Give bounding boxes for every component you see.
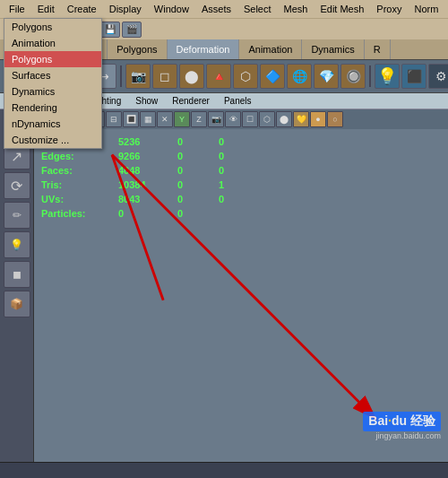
stat-tris-label: Tris: (41, 179, 104, 190)
stat-edges-label: Edges: (41, 151, 104, 161)
small-y[interactable]: Y (174, 111, 190, 127)
sidebar-paint-tool[interactable]: ✏ (4, 202, 30, 229)
stats-row-tris: Tris: 10384 0 1 (41, 179, 246, 190)
menu-create[interactable]: Create (62, 2, 102, 16)
render-icon[interactable]: 🎬 (122, 22, 142, 38)
mode-surfaces[interactable]: Surfaces (4, 67, 101, 83)
stat-uvs-val: 8043 (118, 194, 163, 204)
main-viewport[interactable]: Verts: 5236 0 0 Edges: 9266 0 0 Faces: 4… (34, 129, 448, 462)
tool-render[interactable]: ⬛ (401, 64, 426, 89)
stat-tris-z2: 1 (219, 179, 246, 190)
tool-diamond[interactable]: 💎 (314, 64, 339, 89)
menu-mesh[interactable]: Mesh (279, 2, 314, 16)
stat-uvs-label: UVs: (41, 194, 104, 204)
stat-particles-val: 0 (118, 208, 163, 219)
stats-row-particles: Particles: 0 0 (41, 208, 246, 219)
stat-verts-z1: 0 (177, 136, 204, 147)
menu-proxy[interactable]: Proxy (371, 2, 407, 16)
stat-tris-z1: 0 (177, 179, 204, 190)
mode-polygons-selected[interactable]: Polygons (4, 51, 101, 67)
sidebar-light-tool[interactable]: 💡 (4, 231, 30, 258)
menu-edit-mesh[interactable]: Edit Mesh (314, 2, 369, 16)
stat-faces-z1: 0 (177, 165, 204, 176)
tool-settings[interactable]: ⚙ (428, 64, 448, 89)
mode-polygons-top[interactable]: Polygons (4, 19, 101, 35)
menu-assets[interactable]: Assets (196, 2, 237, 16)
tool-torus[interactable]: 🔘 (340, 64, 366, 89)
sub-panels[interactable]: Panels (217, 95, 259, 107)
status-bar (0, 462, 448, 478)
tab-r[interactable]: R (365, 39, 391, 59)
small-wire2[interactable]: ⬡ (259, 111, 275, 127)
menu-norm[interactable]: Norm (409, 2, 444, 16)
tool-light[interactable]: 💡 (375, 64, 400, 89)
left-sidebar: ↖ ↗ ⟳ ✏ 💡 ◼ 📦 (0, 109, 34, 462)
stats-row-faces: Faces: 4048 0 0 (41, 165, 246, 176)
sidebar-geo-tool[interactable]: ◼ (4, 261, 30, 288)
mode-dropdown: Polygons Animation Polygons Surfaces Dyn… (4, 18, 102, 149)
save-icon[interactable]: 💾 (100, 22, 120, 38)
watermark: Bai·du 经验 jingyan.baidu.com (363, 412, 441, 440)
mode-rendering[interactable]: Rendering (4, 100, 101, 116)
sub-show[interactable]: Show (128, 95, 165, 107)
small-box[interactable]: ☐ (242, 111, 258, 127)
stat-faces-z2: 0 (219, 165, 246, 176)
baidu-dot: · (388, 413, 392, 428)
stat-uvs-z1: 0 (177, 194, 204, 204)
tool-cylinder[interactable]: ⬡ (233, 64, 258, 89)
small-bright[interactable]: ● (310, 111, 326, 127)
menu-window[interactable]: Window (149, 2, 194, 16)
tool-camera[interactable]: 📷 (125, 64, 151, 89)
menu-bar: File Edit Create Display Window Assets S… (0, 0, 448, 18)
small-wire[interactable]: ⊟ (106, 111, 122, 127)
mode-animation[interactable]: Animation (4, 35, 101, 51)
small-eye[interactable]: 👁 (225, 111, 241, 127)
tab-deformation[interactable]: Deformation (168, 39, 240, 59)
tool-sphere[interactable]: ⬤ (179, 64, 204, 89)
tool-cone[interactable]: 🔺 (206, 64, 231, 89)
menu-file[interactable]: File (4, 2, 30, 16)
baidu-logo: Bai·du 经验 (363, 412, 441, 431)
small-smooth[interactable]: ⬤ (276, 111, 292, 127)
stats-row-uvs: UVs: 8043 0 0 (41, 194, 246, 204)
stat-uvs-z2: 0 (219, 194, 246, 204)
mode-ndynamics[interactable]: nDynamics (4, 116, 101, 132)
menu-select[interactable]: Select (238, 2, 277, 16)
tool-plane[interactable]: 🔷 (260, 64, 285, 89)
tool-globe[interactable]: 🌐 (287, 64, 312, 89)
tab-dynamics[interactable]: Dynamics (302, 39, 364, 59)
sep3 (369, 65, 371, 87)
stat-faces-label: Faces: (41, 165, 104, 176)
small-snap[interactable]: 🔳 (123, 111, 139, 127)
watermark-url: jingyan.baidu.com (375, 431, 441, 440)
menu-edit[interactable]: Edit (32, 2, 60, 16)
stats-panel: Verts: 5236 0 0 Edges: 9266 0 0 Faces: 4… (41, 136, 246, 222)
stat-tris-val: 10384 (118, 179, 163, 190)
stat-verts-z2: 0 (219, 136, 246, 147)
tab-polygons[interactable]: Polygons (108, 39, 167, 59)
tool-cube[interactable]: ◻ (152, 64, 177, 89)
small-dim[interactable]: ○ (327, 111, 343, 127)
stat-particles-z1: 0 (177, 208, 204, 219)
small-light[interactable]: 💛 (293, 111, 309, 127)
small-cam[interactable]: 📷 (208, 111, 224, 127)
stat-edges-z2: 0 (219, 151, 246, 161)
mode-customize[interactable]: Customize ... (4, 132, 101, 148)
small-x[interactable]: ✕ (157, 111, 173, 127)
mode-dynamics[interactable]: Dynamics (4, 83, 101, 100)
stat-edges-z1: 0 (177, 151, 204, 161)
small-grid[interactable]: ▦ (140, 111, 156, 127)
sidebar-box-tool[interactable]: 📦 (4, 291, 30, 317)
stat-particles-label: Particles: (41, 208, 104, 219)
stat-faces-val: 4048 (118, 165, 163, 176)
sub-renderer[interactable]: Renderer (165, 95, 217, 107)
stat-verts-val: 5236 (118, 136, 163, 147)
sidebar-rotate-tool[interactable]: ⟳ (4, 172, 30, 199)
tab-animation[interactable]: Animation (239, 39, 302, 59)
menu-display[interactable]: Display (104, 2, 147, 16)
sep2 (120, 65, 122, 87)
small-z[interactable]: Z (191, 111, 207, 127)
stats-row-edges: Edges: 9266 0 0 (41, 151, 246, 161)
stat-edges-val: 9266 (118, 151, 163, 161)
